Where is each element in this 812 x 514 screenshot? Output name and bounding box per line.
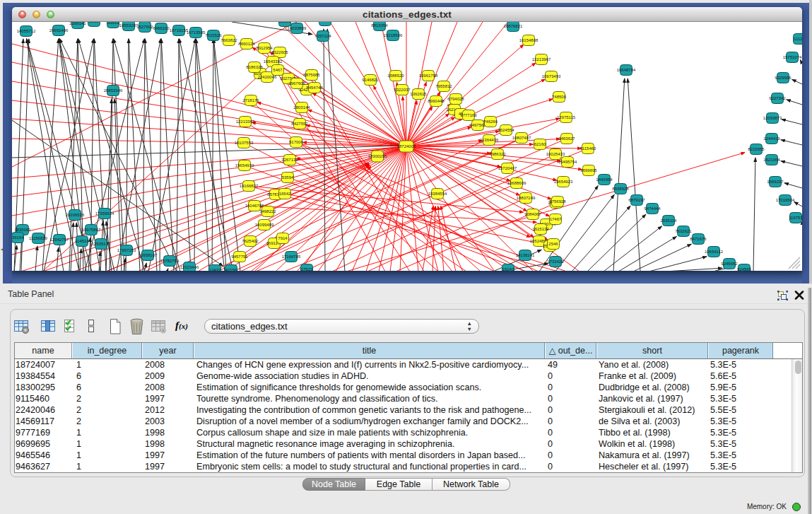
svg-text:8660124: 8660124 — [238, 42, 255, 46]
svg-text:12213967: 12213967 — [532, 57, 551, 62]
svg-text:16542: 16542 — [279, 192, 291, 196]
svg-text:10654112: 10654112 — [705, 250, 724, 254]
svg-text:22420046: 22420046 — [258, 75, 277, 79]
svg-text:10973493: 10973493 — [542, 74, 561, 78]
svg-text:2967608: 2967608 — [288, 81, 305, 86]
svg-text:1569297: 1569297 — [767, 180, 784, 184]
svg-text:9227342: 9227342 — [769, 96, 786, 100]
svg-text:18807249: 18807249 — [517, 196, 536, 200]
svg-text:12505135: 12505135 — [92, 242, 111, 246]
svg-text:2718176: 2718176 — [242, 98, 259, 103]
svg-text:15751074: 15751074 — [783, 55, 802, 59]
svg-text:7632621: 7632621 — [675, 229, 692, 233]
svg-text:8186328: 8186328 — [246, 65, 263, 69]
svg-text:746266: 746266 — [483, 119, 498, 124]
svg-text:1527602: 1527602 — [136, 25, 153, 29]
svg-text:7515526: 7515526 — [205, 33, 222, 37]
svg-text:16099489: 16099489 — [255, 223, 274, 227]
svg-text:9245652: 9245652 — [721, 262, 738, 266]
svg-text:17359934: 17359934 — [95, 211, 114, 216]
svg-text:2169141: 2169141 — [69, 22, 86, 25]
svg-text:20691406: 20691406 — [49, 28, 69, 33]
svg-text:9329966: 9329966 — [775, 76, 792, 80]
svg-text:62160: 62160 — [534, 142, 546, 146]
svg-text:17523: 17523 — [301, 267, 313, 271]
svg-text:11125: 11125 — [794, 37, 802, 41]
svg-text:12975115: 12975115 — [557, 115, 576, 119]
svg-text:10807487: 10807487 — [512, 136, 531, 140]
svg-text:16243: 16243 — [502, 267, 514, 271]
svg-text:17016504: 17016504 — [776, 198, 795, 202]
svg-text:5322037: 5322037 — [394, 88, 411, 92]
svg-text:917006: 917006 — [289, 140, 304, 144]
svg-text:8471676: 8471676 — [690, 237, 707, 241]
svg-text:19218506: 19218506 — [384, 33, 403, 37]
svg-text:39154: 39154 — [12, 235, 24, 240]
svg-text:1733426: 1733426 — [547, 259, 564, 264]
svg-text:19166827: 19166827 — [240, 184, 259, 188]
svg-text:10025433: 10025433 — [546, 152, 565, 156]
svg-text:1362615: 1362615 — [410, 92, 427, 96]
svg-text:42156: 42156 — [225, 268, 237, 271]
svg-text:19384554: 19384554 — [428, 192, 447, 196]
svg-text:16648784: 16648784 — [617, 68, 636, 72]
svg-text:7625402: 7625402 — [242, 239, 259, 243]
svg-text:8938928: 8938928 — [612, 187, 629, 191]
svg-text:924565: 924565 — [737, 267, 752, 271]
svg-text:16782759: 16782759 — [160, 259, 180, 263]
svg-text:9457791: 9457791 — [231, 255, 248, 259]
svg-text:17164785: 17164785 — [282, 255, 301, 259]
svg-text:8322605: 8322605 — [271, 50, 288, 54]
svg-text:9115460: 9115460 — [580, 146, 597, 151]
svg-text:7357224: 7357224 — [314, 34, 331, 38]
svg-text:9146821: 9146821 — [362, 78, 379, 82]
svg-text:16713585: 16713585 — [187, 30, 206, 35]
svg-text:1621064: 1621064 — [763, 158, 780, 162]
svg-text:17957253: 17957253 — [117, 248, 136, 252]
svg-text:9756928: 9756928 — [549, 199, 566, 204]
svg-text:17467: 17467 — [550, 217, 562, 221]
svg-text:20853346: 20853346 — [104, 88, 123, 93]
svg-text:10958107: 10958107 — [139, 253, 158, 257]
svg-text:11156829: 11156829 — [29, 236, 47, 240]
svg-text:1588520: 1588520 — [387, 74, 404, 78]
svg-text:1615132: 1615132 — [532, 227, 549, 231]
svg-text:10107553: 10107553 — [235, 141, 254, 145]
svg-text:19654923: 19654923 — [554, 180, 573, 184]
svg-text:9777169: 9777169 — [460, 113, 477, 117]
svg-text:7955812: 7955812 — [435, 84, 452, 88]
svg-text:12942757: 12942757 — [50, 238, 69, 242]
svg-text:53594: 53594 — [282, 175, 294, 180]
svg-text:7914: 7914 — [278, 236, 288, 240]
svg-text:12323446: 12323446 — [180, 265, 199, 269]
svg-text:12213363: 12213363 — [236, 119, 255, 124]
svg-text:9463627: 9463627 — [558, 136, 575, 141]
svg-text:2935114: 2935114 — [661, 218, 678, 223]
svg-text:10975867: 10975867 — [82, 228, 101, 232]
svg-text:18724007: 18724007 — [397, 144, 416, 148]
svg-text:8990448: 8990448 — [428, 99, 445, 103]
svg-text:6794028: 6794028 — [447, 97, 464, 101]
svg-text:3267130: 3267130 — [281, 158, 298, 162]
svg-text:16543382: 16543382 — [264, 59, 283, 64]
svg-text:10961758: 10961758 — [419, 74, 438, 78]
svg-text:16033809: 16033809 — [288, 26, 307, 30]
svg-text:9699695: 9699695 — [580, 168, 597, 173]
svg-text:10553287: 10553287 — [119, 23, 139, 28]
svg-text:5467: 5467 — [273, 68, 283, 72]
svg-text:3498222: 3498222 — [259, 209, 276, 214]
svg-text:14055712: 14055712 — [17, 29, 36, 33]
svg-text:14136141: 14136141 — [516, 253, 535, 257]
svg-text:8427552: 8427552 — [291, 122, 308, 126]
svg-text:7986322: 7986322 — [489, 152, 506, 156]
svg-text:19654933: 19654933 — [235, 163, 254, 168]
svg-text:15495754: 15495754 — [558, 160, 577, 164]
svg-text:6466100: 6466100 — [153, 26, 170, 30]
svg-text:9084067: 9084067 — [524, 212, 541, 216]
svg-text:10553: 10553 — [107, 22, 119, 25]
svg-text:1440954: 1440954 — [596, 177, 613, 182]
svg-text:114519: 114519 — [75, 239, 89, 243]
svg-text:2546: 2546 — [548, 242, 558, 246]
svg-text:15720407: 15720407 — [498, 166, 517, 170]
svg-text:116753: 116753 — [789, 216, 802, 220]
